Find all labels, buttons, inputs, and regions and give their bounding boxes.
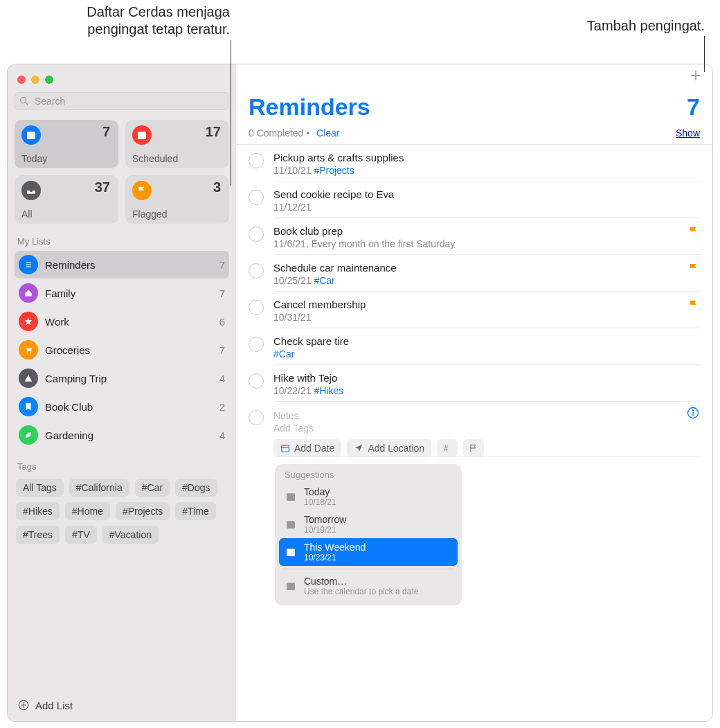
tag-chip[interactable]: #Car: [135, 479, 170, 497]
completion-radio[interactable]: [249, 153, 264, 168]
leaf-icon: [19, 425, 38, 445]
zoom-button[interactable]: [45, 76, 53, 84]
search-field[interactable]: [15, 92, 229, 110]
home-icon: [19, 283, 38, 303]
reminder-title: Cancel membership: [273, 299, 700, 310]
calendar-icon: [280, 443, 290, 453]
info-button[interactable]: [686, 406, 700, 423]
smart-lists: 7Today17Scheduled37All3Flagged: [15, 120, 229, 224]
calendar-icon: [285, 490, 297, 503]
add-tag-button[interactable]: #: [437, 439, 458, 457]
list-row-gardening[interactable]: Gardening4: [15, 421, 229, 449]
tags-header: Tags: [17, 461, 226, 472]
tent-icon: [19, 369, 38, 388]
main-panel: Reminders 7 0 Completed • Clear Show Pic…: [236, 64, 712, 721]
svg-rect-3: [27, 132, 35, 134]
completion-radio[interactable]: [249, 190, 264, 205]
reminder-row[interactable]: Hike with Tejo10/22/21 #Hikes: [236, 365, 712, 402]
suggestion-row[interactable]: This Weekend10/23/21: [279, 538, 458, 566]
calendar-icon: [285, 518, 297, 531]
svg-point-21: [692, 410, 693, 411]
completion-radio[interactable]: [249, 373, 264, 389]
tag-chip[interactable]: #TV: [65, 526, 97, 544]
sidebar: 7Today17Scheduled37All3Flagged My Lists …: [8, 64, 236, 721]
svg-text:#: #: [444, 444, 448, 452]
svg-rect-16: [282, 445, 289, 452]
minimize-button[interactable]: [31, 76, 39, 84]
clear-completed-link[interactable]: Clear: [316, 127, 339, 139]
smart-list-scheduled[interactable]: 17Scheduled: [125, 120, 229, 168]
reminder-row[interactable]: Send cookie recipe to Eva11/12/21: [236, 181, 712, 218]
reminder-title: Schedule car maintenance: [273, 262, 700, 274]
svg-rect-22: [287, 493, 295, 501]
list-count: 7: [687, 94, 700, 121]
smart-list-today[interactable]: 7Today: [15, 120, 118, 168]
tag-chip[interactable]: #Home: [65, 502, 110, 520]
svg-point-9: [26, 353, 28, 354]
close-button[interactable]: [17, 76, 26, 84]
reminders-window: 7Today17Scheduled37All3Flagged My Lists …: [7, 64, 713, 722]
completion-radio[interactable]: [249, 263, 264, 278]
separator: [283, 569, 453, 569]
reminder-meta: 10/22/21 #Hikes: [273, 385, 700, 396]
tag-chip[interactable]: #Dogs: [175, 479, 217, 497]
list-row-work[interactable]: Work6: [15, 308, 229, 335]
completion-radio[interactable]: [249, 410, 264, 425]
tag-chip[interactable]: #Time: [175, 502, 215, 520]
tags: All Tags#California#Car#Dogs#Hikes#Home#…: [15, 479, 229, 544]
suggestion-row[interactable]: Tomorrow10/19/21: [279, 511, 458, 538]
bookmark-icon: [19, 397, 38, 416]
add-tags-placeholder[interactable]: Add Tags: [273, 423, 700, 434]
tag-chip[interactable]: All Tags: [16, 479, 64, 497]
search-input[interactable]: [15, 92, 229, 110]
add-list-button[interactable]: Add List: [15, 695, 229, 716]
suggestion-custom[interactable]: Custom… Use the calendar to pick a date: [279, 572, 458, 600]
svg-line-1: [26, 103, 28, 105]
reminder-tag[interactable]: #Projects: [314, 165, 354, 176]
completed-count: 0 Completed: [249, 127, 303, 139]
smart-list-flagged[interactable]: 3Flagged: [125, 175, 229, 224]
show-completed-link[interactable]: Show: [676, 127, 700, 139]
notes-placeholder[interactable]: Notes: [273, 410, 700, 421]
completion-radio[interactable]: [249, 227, 264, 242]
add-location-button[interactable]: Add Location: [347, 439, 431, 457]
suggestion-row[interactable]: Today10/18/21: [279, 483, 458, 511]
tag-chip[interactable]: #Vacation: [102, 526, 159, 544]
tag-chip[interactable]: #Hikes: [16, 502, 60, 520]
reminder-meta: 10/31/21: [273, 312, 700, 323]
list-row-reminders[interactable]: Reminders7: [15, 251, 229, 278]
reminder-row[interactable]: Pickup arts & crafts supplies11/10/21 #P…: [236, 145, 712, 181]
add-date-button[interactable]: Add Date: [273, 439, 341, 457]
reminder-tag[interactable]: #Hikes: [314, 385, 343, 396]
list-row-groceries[interactable]: Groceries7: [15, 336, 229, 364]
completion-radio[interactable]: [249, 300, 264, 315]
list-title: Reminders: [249, 94, 370, 121]
reminder-row[interactable]: Cancel membership10/31/21: [236, 292, 712, 328]
toolbar: [236, 64, 712, 89]
new-reminder-row[interactable]: Notes Add Tags Add Date Add Location #: [236, 402, 712, 457]
cart-icon: [19, 340, 38, 359]
reminder-row[interactable]: Check spare tire#Car: [236, 328, 712, 365]
smart-list-all[interactable]: 37All: [15, 175, 118, 224]
list-row-camping-trip[interactable]: Camping Trip4: [15, 364, 229, 392]
list-row-family[interactable]: Family7: [15, 279, 229, 307]
tag-chip[interactable]: #Trees: [16, 526, 60, 544]
calendar-icon: [132, 125, 152, 145]
completion-radio[interactable]: [249, 337, 264, 352]
reminder-tag[interactable]: #Car: [273, 348, 294, 359]
tag-chip[interactable]: #Projects: [116, 502, 170, 520]
reminder-row[interactable]: Schedule car maintenance10/25/21 #Car: [236, 255, 712, 292]
svg-rect-23: [287, 521, 295, 529]
callout-smart-lists: Daftar Cerdas menjaga pengingat tetap te…: [22, 3, 230, 38]
reminder-row[interactable]: Book club prep11/6/21, Every month on th…: [236, 218, 712, 255]
add-reminder-button[interactable]: [689, 69, 703, 85]
add-flag-button[interactable]: [463, 439, 484, 457]
reminder-meta: #Car: [273, 348, 700, 359]
reminder-title: Hike with Tejo: [273, 372, 700, 384]
reminder-meta: 10/25/21 #Car: [273, 275, 700, 286]
tag-chip[interactable]: #California: [69, 479, 129, 497]
callout-add-reminder: Tambah pengingat.: [587, 17, 705, 35]
reminder-tag[interactable]: #Car: [314, 275, 334, 286]
reminder-meta: 11/10/21 #Projects: [273, 165, 700, 176]
list-row-book-club[interactable]: Book Club2: [15, 393, 229, 420]
